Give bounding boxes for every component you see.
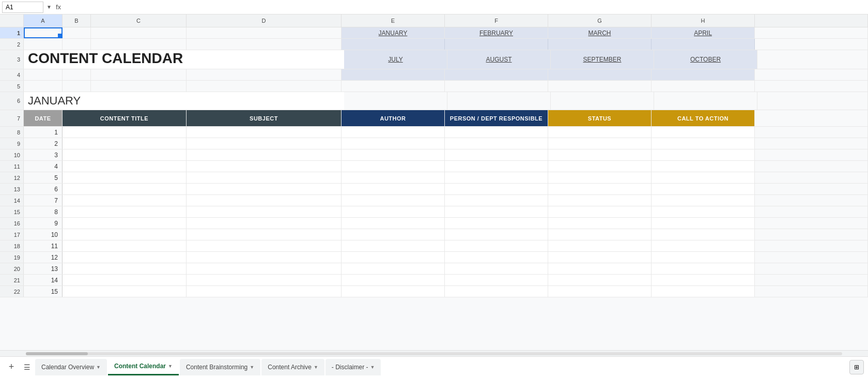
sheet-list-button[interactable]: ☰	[20, 360, 34, 374]
cell-h17[interactable]	[652, 229, 755, 240]
row-num-10[interactable]: 10	[0, 149, 24, 160]
cell-h12[interactable]	[652, 172, 755, 183]
cell-a1[interactable]	[24, 27, 63, 38]
row-num-3[interactable]: 3	[0, 50, 24, 69]
cell-d9[interactable]	[187, 138, 342, 149]
cell-b9[interactable]	[63, 138, 187, 149]
cell-f19[interactable]	[445, 252, 548, 263]
cell-h1-apr[interactable]: APRIL	[652, 27, 755, 38]
row-num-21[interactable]: 21	[0, 275, 24, 285]
col-header-e[interactable]: E	[342, 14, 445, 27]
cell-b4[interactable]	[63, 69, 91, 80]
cell-h20[interactable]	[652, 263, 755, 274]
cell-f14[interactable]	[445, 195, 548, 206]
cell-g18[interactable]	[548, 240, 652, 251]
cell-b10[interactable]	[63, 149, 187, 160]
cell-b5[interactable]	[63, 81, 91, 92]
cell-e8[interactable]	[342, 127, 445, 138]
cell-a2[interactable]	[24, 39, 63, 50]
row-num-8[interactable]: 8	[0, 127, 24, 138]
cell-a12-day[interactable]: 5	[24, 172, 63, 183]
cell-a5[interactable]	[24, 81, 63, 92]
cell-a20-day[interactable]: 13	[24, 263, 63, 274]
cell-a22-day[interactable]: 15	[24, 286, 63, 297]
cell-e3-jul[interactable]: JULY	[344, 50, 447, 69]
cell-a10-day[interactable]: 3	[24, 149, 63, 160]
cell-e18[interactable]	[342, 240, 445, 251]
cell-g12[interactable]	[548, 172, 652, 183]
row-num-16[interactable]: 16	[0, 218, 24, 229]
cell-c2[interactable]	[91, 39, 187, 50]
cell-f11[interactable]	[445, 161, 548, 172]
cell-a16-day[interactable]: 9	[24, 218, 63, 229]
cell-e1-jan[interactable]: JANUARY	[342, 27, 445, 38]
cell-g15[interactable]	[548, 206, 652, 217]
cell-a15-day[interactable]: 8	[24, 206, 63, 217]
cell-e10[interactable]	[342, 149, 445, 160]
row-num-13[interactable]: 13	[0, 184, 24, 194]
cell-h13[interactable]	[652, 184, 755, 194]
cell-a14-day[interactable]: 7	[24, 195, 63, 206]
cell-b2[interactable]	[63, 39, 91, 50]
cell-h19[interactable]	[652, 252, 755, 263]
cell-a18-day[interactable]: 11	[24, 240, 63, 251]
cell-e11[interactable]	[342, 161, 445, 172]
row-num-17[interactable]: 17	[0, 229, 24, 240]
cell-b19[interactable]	[63, 252, 187, 263]
col-header-h[interactable]: H	[652, 14, 755, 27]
cell-d10[interactable]	[187, 149, 342, 160]
cell-g21[interactable]	[548, 275, 652, 285]
cell-b13[interactable]	[63, 184, 187, 194]
cell-d1[interactable]	[187, 27, 342, 38]
row-num-9[interactable]: 9	[0, 138, 24, 149]
cell-a4[interactable]	[24, 69, 63, 80]
tab-disclaimer[interactable]: - Disclaimer - ▼	[326, 359, 381, 375]
cell-h9[interactable]	[652, 138, 755, 149]
cell-g13[interactable]	[548, 184, 652, 194]
cell-d15[interactable]	[187, 206, 342, 217]
cell-d21[interactable]	[187, 275, 342, 285]
cell-d17[interactable]	[187, 229, 342, 240]
col-header-f[interactable]: F	[445, 14, 548, 27]
cell-section-header[interactable]: JANUARY	[24, 92, 344, 110]
row-num-18[interactable]: 18	[0, 240, 24, 251]
cell-g17[interactable]	[548, 229, 652, 240]
cell-f8[interactable]	[445, 127, 548, 138]
cell-title[interactable]: CONTENT CALENDAR	[24, 50, 344, 69]
cell-d12[interactable]	[187, 172, 342, 183]
row-num-11[interactable]: 11	[0, 161, 24, 172]
cell-b20[interactable]	[63, 263, 187, 274]
cell-f22[interactable]	[445, 286, 548, 297]
row-num-14[interactable]: 14	[0, 195, 24, 206]
row-num-2[interactable]: 2	[0, 39, 24, 50]
row-num-7[interactable]: 7	[0, 110, 24, 126]
cell-d8[interactable]	[187, 127, 342, 138]
cell-h8[interactable]	[652, 127, 755, 138]
cell-g19[interactable]	[548, 252, 652, 263]
cell-h10[interactable]	[652, 149, 755, 160]
cell-e13[interactable]	[342, 184, 445, 194]
cell-h3-oct[interactable]: OCTOBER	[654, 50, 757, 69]
cell-g11[interactable]	[548, 161, 652, 172]
cell-b11[interactable]	[63, 161, 187, 172]
cell-ref-dropdown[interactable]: ▼	[47, 4, 52, 10]
cell-g8[interactable]	[548, 127, 652, 138]
cell-g16[interactable]	[548, 218, 652, 229]
cell-a9-day[interactable]: 2	[24, 138, 63, 149]
row-num-20[interactable]: 20	[0, 263, 24, 274]
cell-h21[interactable]	[652, 275, 755, 285]
tab-content-calendar[interactable]: Content Calendar ▼	[108, 359, 179, 375]
cell-d13[interactable]	[187, 184, 342, 194]
cell-g22[interactable]	[548, 286, 652, 297]
cell-g1-mar[interactable]: MARCH	[548, 27, 652, 38]
cell-b14[interactable]	[63, 195, 187, 206]
row-num-22[interactable]: 22	[0, 286, 24, 297]
col-header-g[interactable]: G	[548, 14, 652, 27]
cell-g20[interactable]	[548, 263, 652, 274]
col-header-b[interactable]: B	[63, 14, 91, 27]
cell-b15[interactable]	[63, 206, 187, 217]
tab-calendar-overview[interactable]: Calendar Overview ▼	[35, 359, 107, 375]
add-sheet-button[interactable]: +	[4, 360, 19, 374]
cell-e19[interactable]	[342, 252, 445, 263]
cell-d18[interactable]	[187, 240, 342, 251]
